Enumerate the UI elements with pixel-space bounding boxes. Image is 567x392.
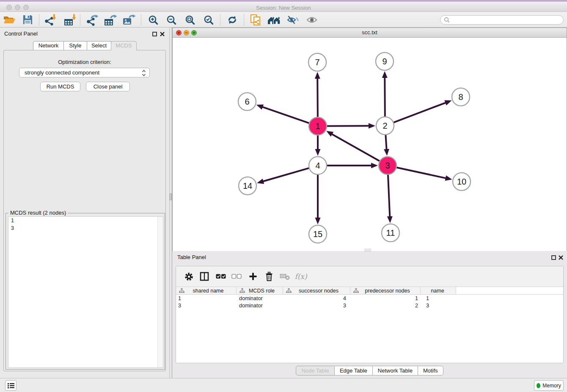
clone-network-icon — [250, 14, 261, 26]
function-builder-button[interactable]: f(x) — [295, 271, 307, 282]
show-graphics-button[interactable] — [304, 13, 319, 26]
toolbar-separator — [80, 14, 80, 25]
splitter-grip[interactable] — [170, 193, 172, 200]
tab-style[interactable]: Style — [63, 41, 87, 50]
tab-network-table[interactable]: Network Table — [373, 366, 418, 375]
table-cell[interactable]: 4 — [283, 295, 350, 302]
float-panel-icon[interactable] — [152, 32, 157, 36]
import-table-button[interactable] — [62, 13, 77, 26]
graph-edge-arrowhead — [256, 105, 264, 110]
table-cell[interactable]: 3 — [176, 302, 237, 309]
graph-edge-1-6[interactable] — [261, 107, 310, 124]
network-overview-button[interactable] — [267, 13, 282, 26]
graph-node-label: 9 — [382, 57, 387, 66]
tab-mcds[interactable]: MCDS — [111, 41, 137, 50]
select-all-columns-button[interactable] — [215, 271, 227, 282]
zoom-fit-icon — [185, 15, 195, 25]
clone-network-button[interactable] — [248, 13, 263, 26]
table-cell[interactable]: 1 — [421, 295, 456, 302]
tab-node-table[interactable]: Node Table — [296, 366, 335, 375]
zoom-in-icon — [148, 15, 158, 25]
graph-node-label: 3 — [385, 161, 390, 170]
run-mcds-button[interactable]: Run MCDS — [40, 82, 80, 91]
graph-edge-2-3[interactable] — [385, 134, 386, 150]
delete-table-button[interactable] — [278, 271, 291, 282]
tab-select[interactable]: Select — [87, 41, 111, 50]
unselect-all-columns-button[interactable] — [230, 271, 243, 282]
column-header-successor-nodes[interactable]: successor nodes — [283, 287, 350, 294]
table-row[interactable]: 3dominator323 — [176, 302, 563, 309]
network-canvas[interactable]: 7968124314101511 — [173, 38, 567, 251]
tab-motifs[interactable]: Motifs — [418, 366, 443, 375]
table-cell[interactable]: dominator — [237, 302, 283, 309]
open-file-button[interactable] — [2, 13, 17, 26]
network-window-titlebar: scc.txt — [173, 28, 567, 38]
search-input[interactable] — [450, 16, 563, 24]
graph-edge-2-9[interactable] — [385, 77, 385, 117]
zoom-in-button[interactable] — [146, 13, 161, 26]
graph-edge-1-7[interactable] — [317, 77, 318, 118]
plus-icon — [249, 272, 257, 281]
vertical-splitter[interactable] — [169, 28, 172, 378]
cytoscape-app: { "titlebar": { "title": "Session: New S… — [0, 0, 567, 392]
create-column-button[interactable] — [247, 271, 259, 282]
show-panels-button[interactable] — [5, 380, 17, 391]
column-type-icon — [239, 288, 245, 293]
graph-edge-3-10[interactable] — [396, 167, 447, 178]
zoom-selected-button[interactable] — [201, 13, 216, 26]
select-chevrons-icon — [141, 69, 147, 77]
graph-edge-1-2[interactable] — [326, 126, 370, 126]
table-body: 1dominator4113dominator323 — [176, 295, 563, 309]
graph-edge-3-1[interactable] — [331, 134, 380, 162]
result-scrollbar[interactable] — [157, 217, 163, 367]
export-network-button[interactable] — [85, 13, 100, 26]
graph-node-label: 8 — [458, 92, 463, 102]
hide-graphics-button[interactable] — [285, 13, 300, 26]
tab-network[interactable]: Network — [33, 41, 64, 50]
table-cell[interactable]: dominator — [237, 295, 283, 302]
table-cell[interactable]: 1 — [176, 295, 237, 302]
export-image-button[interactable] — [121, 13, 137, 26]
memory-button[interactable]: Memory — [534, 380, 564, 391]
app-titlebar: Session: New Session — [0, 0, 567, 12]
apply-layout-button[interactable] — [225, 13, 240, 26]
import-network-button[interactable] — [42, 13, 58, 26]
table-close-icon[interactable] — [558, 255, 564, 260]
mcds-result-textarea[interactable]: 13 — [8, 216, 163, 368]
list-icon — [8, 383, 14, 389]
graph-node-label: 4 — [315, 161, 320, 170]
toolbar-separator — [220, 14, 220, 25]
close-panel-button[interactable]: Close panel — [86, 82, 130, 91]
table-float-icon[interactable] — [551, 255, 556, 260]
column-header-name[interactable]: name — [421, 287, 456, 294]
table-cell[interactable]: 3 — [421, 302, 456, 309]
save-session-button[interactable] — [20, 13, 35, 26]
network-window-title: scc.txt — [173, 28, 567, 37]
column-header-mcds-role[interactable]: MCDS role — [237, 287, 283, 294]
criterion-select[interactable]: strongly connected component — [19, 68, 150, 77]
table-settings-button[interactable] — [182, 271, 195, 282]
export-table-button[interactable] — [103, 13, 118, 26]
column-header-predecessor-nodes[interactable]: predecessor nodes — [350, 287, 421, 294]
export-image-icon — [122, 14, 136, 26]
close-panel-icon[interactable] — [160, 31, 165, 37]
search-field[interactable] — [440, 15, 564, 25]
graph-edge-3-11[interactable] — [388, 174, 390, 218]
zoom-out-icon — [166, 15, 176, 25]
zoom-fit-button[interactable] — [182, 13, 198, 26]
node-table-block: f(x) shared name MCDS role successor nod… — [176, 266, 564, 363]
table-row[interactable]: 1dominator411 — [176, 295, 563, 302]
zoom-out-button[interactable] — [164, 13, 179, 26]
delete-columns-button[interactable] — [263, 271, 275, 282]
tab-edge-table[interactable]: Edge Table — [335, 366, 373, 375]
columns-icon — [200, 272, 209, 281]
table-cell[interactable]: 3 — [283, 302, 350, 309]
graph-edge-4-14[interactable] — [262, 168, 310, 182]
toolbar-separator — [244, 14, 244, 25]
column-header-shared-name[interactable]: shared name — [176, 287, 237, 294]
column-layout-button[interactable] — [198, 271, 211, 282]
table-cell[interactable]: 1 — [350, 295, 421, 302]
table-cell[interactable]: 2 — [350, 302, 421, 309]
horizontal-splitter-grip[interactable] — [364, 249, 371, 251]
graph-edge-2-8[interactable] — [393, 102, 447, 123]
